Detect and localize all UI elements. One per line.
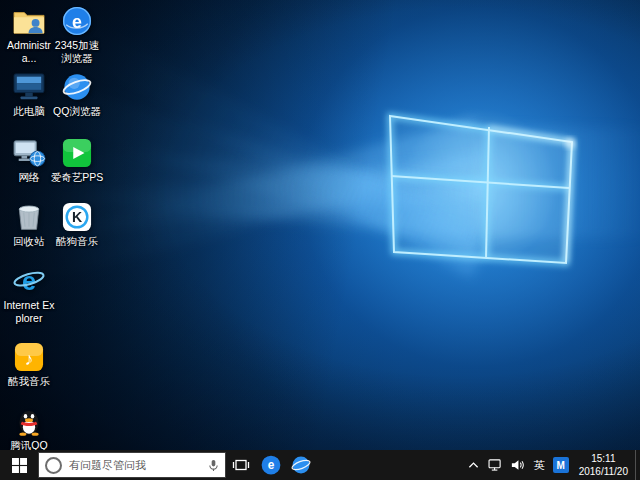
desktop-icon-network[interactable]: 网络 bbox=[2, 138, 56, 184]
icon-label: 此电脑 bbox=[13, 105, 45, 118]
kuwo-music-icon: ♪ bbox=[14, 342, 44, 372]
desktop-icon-kugou-music[interactable]: K 酷狗音乐 bbox=[50, 202, 104, 248]
svg-text:e: e bbox=[268, 458, 275, 472]
start-button[interactable] bbox=[0, 450, 38, 480]
task-view-icon bbox=[232, 458, 250, 472]
language-indicator[interactable]: 英 bbox=[529, 450, 550, 480]
ime-tray-button[interactable]: M bbox=[550, 450, 572, 480]
taskbar-app-qq-browser[interactable] bbox=[286, 450, 316, 480]
taskbar: e bbox=[0, 450, 640, 480]
recycle-bin-icon bbox=[13, 202, 45, 232]
internet-explorer-icon: e bbox=[12, 266, 46, 296]
desktop-icon-internet-explorer[interactable]: e Internet Explorer bbox=[2, 266, 56, 324]
2345-glyph: e bbox=[72, 12, 82, 32]
clock-date: 2016/11/20 bbox=[579, 465, 628, 478]
desktop-icon-kuwo-music[interactable]: ♪ 酷我音乐 bbox=[2, 342, 56, 388]
kugou-glyph: K bbox=[72, 209, 83, 225]
cortana-icon bbox=[45, 457, 62, 474]
network-icon bbox=[488, 459, 503, 471]
volume-tray-button[interactable] bbox=[507, 450, 529, 480]
qq-browser-icon bbox=[62, 72, 92, 102]
computer-icon bbox=[12, 72, 46, 102]
taskbar-clock[interactable]: 15:11 2016/11/20 bbox=[572, 452, 635, 478]
system-tray: 英 M 15:11 2016/11/20 bbox=[463, 450, 640, 480]
ime-icon: M bbox=[553, 457, 569, 473]
taskbar-app-2345-browser[interactable]: e bbox=[256, 450, 286, 480]
desktop-icon-this-pc[interactable]: 此电脑 bbox=[2, 72, 56, 118]
kuwo-glyph: ♪ bbox=[25, 349, 34, 369]
speaker-icon bbox=[510, 459, 525, 471]
network-tray-button[interactable] bbox=[485, 450, 507, 480]
desktop-icon-administrator[interactable]: Administra... bbox=[2, 6, 56, 64]
icon-label: 网络 bbox=[19, 171, 40, 184]
icon-label: 2345加速浏览器 bbox=[50, 39, 104, 64]
ie-glyph: e bbox=[22, 267, 36, 295]
task-view-button[interactable] bbox=[226, 450, 256, 480]
windows-logo-icon bbox=[12, 458, 27, 473]
kugou-music-icon: K bbox=[62, 202, 92, 232]
windows-desktop-screen: Administra... e 2345加速浏览器 bbox=[0, 0, 640, 480]
icon-label: Internet Explorer bbox=[2, 299, 56, 324]
qq-browser-icon bbox=[291, 455, 311, 475]
desktop-icon-recycle-bin[interactable]: 回收站 bbox=[2, 202, 56, 248]
iqiyi-pps-icon bbox=[62, 138, 92, 168]
2345-browser-icon: e bbox=[62, 6, 92, 36]
user-folder-icon bbox=[12, 6, 46, 36]
icon-label: Administra... bbox=[2, 39, 56, 64]
icon-label: 回收站 bbox=[13, 235, 45, 248]
hidden-icons-button[interactable] bbox=[463, 450, 485, 480]
icon-label: 爱奇艺PPS bbox=[51, 171, 104, 184]
desktop-icon-tencent-qq[interactable]: 腾讯QQ bbox=[2, 406, 56, 452]
2345-browser-icon: e bbox=[261, 455, 281, 475]
network-globe-icon bbox=[12, 138, 46, 168]
desktop-icon-iqiyi-pps[interactable]: 爱奇艺PPS bbox=[50, 138, 104, 184]
microphone-icon[interactable] bbox=[208, 459, 219, 472]
desktop-icon-qq-browser[interactable]: QQ浏览器 bbox=[50, 72, 104, 118]
taskbar-search-box[interactable] bbox=[38, 452, 226, 478]
show-desktop-button[interactable] bbox=[635, 450, 640, 480]
desktop-area[interactable]: Administra... e 2345加速浏览器 bbox=[0, 0, 640, 450]
icon-label: 酷我音乐 bbox=[8, 375, 50, 388]
chevron-up-icon bbox=[468, 461, 479, 469]
clock-time: 15:11 bbox=[579, 452, 628, 465]
qq-penguin-icon bbox=[15, 406, 43, 436]
icon-label: QQ浏览器 bbox=[53, 105, 101, 118]
desktop-icon-2345-browser[interactable]: e 2345加速浏览器 bbox=[50, 6, 104, 64]
icon-label: 酷狗音乐 bbox=[56, 235, 98, 248]
search-input[interactable] bbox=[67, 458, 203, 472]
